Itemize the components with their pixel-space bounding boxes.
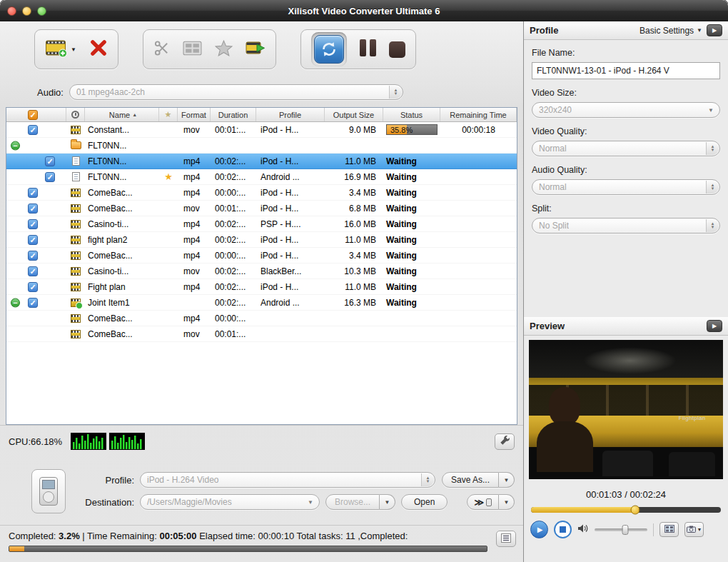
video-size-select[interactable]: 320x240 ▼ bbox=[532, 102, 720, 118]
speaker-icon[interactable] bbox=[577, 523, 589, 536]
preview-video[interactable]: Flightplan bbox=[529, 340, 723, 479]
open-button[interactable]: Open bbox=[401, 494, 448, 510]
audio-track-select[interactable]: 01 mpeg4aac-2ch ▲▼ bbox=[69, 84, 403, 100]
row-checkbox[interactable]: ✓ bbox=[45, 172, 55, 182]
row-checkbox[interactable]: ✓ bbox=[28, 219, 38, 229]
collapse-icon[interactable]: − bbox=[11, 141, 20, 150]
pause-button[interactable] bbox=[360, 39, 376, 59]
select-all-checkbox[interactable]: ✓ bbox=[28, 110, 38, 120]
clip-button[interactable] bbox=[153, 40, 170, 59]
stepper-arrows-icon[interactable]: ▲▼ bbox=[706, 219, 719, 232]
snapshot-film-button[interactable] bbox=[659, 522, 679, 537]
browse-button[interactable]: Browse... bbox=[325, 494, 380, 510]
format: mov bbox=[178, 326, 211, 341]
column-format[interactable]: Format bbox=[178, 108, 211, 121]
stop-button[interactable] bbox=[389, 41, 405, 58]
table-row[interactable]: ComeBac...mp400:00:... bbox=[6, 311, 517, 326]
row-checkbox[interactable]: ✓ bbox=[28, 235, 38, 245]
row-icon-cell bbox=[66, 154, 85, 169]
device-button[interactable] bbox=[31, 469, 66, 513]
snapshot-camera-button[interactable]: ▼ bbox=[684, 522, 704, 537]
video-quality-select[interactable]: Normal ▲▼ bbox=[532, 141, 720, 156]
settings-wrench-button[interactable] bbox=[495, 433, 515, 450]
minimize-window-button[interactable] bbox=[22, 6, 31, 16]
file-name-input[interactable] bbox=[532, 62, 720, 79]
table-row[interactable]: ✓ComeBac...mov00:01:...iPod - H...6.8 MB… bbox=[6, 201, 517, 216]
expand-profile-button[interactable]: ▶ bbox=[707, 24, 722, 36]
table-row[interactable]: −FLT0NN... bbox=[6, 138, 517, 154]
audio-quality-select[interactable]: Normal ▲▼ bbox=[532, 179, 720, 195]
row-checkbox[interactable]: ✓ bbox=[28, 298, 38, 308]
preset-dropdown[interactable]: Basic Settings▼ bbox=[639, 26, 702, 36]
seek-thumb[interactable] bbox=[631, 506, 640, 515]
delete-button[interactable] bbox=[89, 39, 108, 60]
table-row[interactable]: ✓fight plan2mp400:02:...iPod - H...11.0 … bbox=[6, 232, 517, 248]
folder-icon bbox=[71, 141, 81, 149]
merge-export-icon bbox=[246, 40, 266, 59]
play-button[interactable]: ▶ bbox=[530, 521, 548, 538]
save-as-dropdown-button[interactable]: ▼ bbox=[499, 472, 515, 488]
table-row[interactable]: ✓ComeBac...mp400:00:...iPod - H...3.4 MB… bbox=[6, 248, 517, 264]
split-select[interactable]: No Split ▲▼ bbox=[532, 218, 720, 234]
table-row[interactable]: ✓ComeBac...mp400:00:...iPod - H...3.4 MB… bbox=[6, 185, 517, 201]
row-checkbox[interactable]: ✓ bbox=[28, 282, 38, 292]
table-row[interactable]: ✓Fight planmp400:02:...iPod - H...11.0 M… bbox=[6, 279, 517, 295]
destination-select[interactable]: /Users/Maggie/Movies ▼ bbox=[140, 494, 320, 510]
collapse-icon[interactable]: − bbox=[11, 298, 20, 307]
column-name[interactable]: Name▲ bbox=[85, 108, 159, 121]
volume-slider[interactable] bbox=[595, 528, 647, 531]
task-list-button[interactable] bbox=[496, 531, 516, 547]
close-window-button[interactable] bbox=[7, 6, 16, 16]
status-cell bbox=[383, 138, 440, 153]
expand-preview-button[interactable]: ▶ bbox=[707, 320, 722, 332]
apply-to-all-button[interactable]: ≫ bbox=[467, 494, 499, 510]
titlebar[interactable]: Xilisoft Video Converter Ultimate 6 bbox=[0, 0, 728, 21]
column-duration[interactable]: Duration bbox=[211, 108, 256, 121]
doc-icon bbox=[72, 156, 80, 166]
table-row[interactable]: ✓FLT0NN...★mp400:02:...Android ...16.9 M… bbox=[6, 169, 517, 185]
save-as-button[interactable]: Save As... bbox=[442, 472, 499, 488]
zoom-window-button[interactable] bbox=[37, 6, 46, 16]
apply-to-all-dropdown-button[interactable]: ▼ bbox=[499, 494, 515, 510]
column-status[interactable]: Status bbox=[383, 108, 440, 121]
column-output-size[interactable]: Output Size bbox=[325, 108, 383, 121]
profile-select[interactable]: iPod - H.264 Video ▲▼ bbox=[140, 472, 435, 488]
table-header: ✓ Name▲ ★ Format Duration Profile Output… bbox=[6, 108, 517, 122]
column-type[interactable] bbox=[66, 108, 85, 121]
clip-icon bbox=[71, 204, 81, 213]
volume-thumb[interactable] bbox=[622, 525, 628, 535]
table-row[interactable]: −✓Joint Item100:02:...Android ...16.3 MB… bbox=[6, 295, 517, 311]
row-checkbox[interactable]: ✓ bbox=[28, 188, 38, 198]
table-row[interactable]: ✓Constant...mov00:01:...iPod - H...9.0 M… bbox=[6, 122, 517, 138]
stepper-arrows-icon[interactable]: ▲▼ bbox=[706, 181, 719, 194]
table-row[interactable]: ✓FLT0NN...mp400:02:...iPod - H...11.0 MB… bbox=[6, 154, 517, 169]
row-checkbox[interactable]: ✓ bbox=[28, 125, 38, 135]
add-file-button[interactable]: ▼ bbox=[45, 38, 76, 61]
add-file-dropdown-icon[interactable]: ▼ bbox=[71, 46, 76, 53]
browse-dropdown-button[interactable]: ▼ bbox=[380, 494, 395, 510]
seek-bar[interactable] bbox=[531, 507, 721, 513]
table-row[interactable]: ✓Casino-ti...mov00:02:...BlackBer...10.3… bbox=[6, 264, 517, 279]
stepper-arrows-icon[interactable]: ▲▼ bbox=[706, 142, 719, 155]
status-cell: Waiting bbox=[383, 295, 440, 310]
row-checkbox[interactable]: ✓ bbox=[28, 251, 38, 261]
row-checkbox[interactable]: ✓ bbox=[45, 156, 55, 166]
table-row[interactable]: ComeBac...mov00:01:... bbox=[6, 326, 517, 342]
crop-button[interactable] bbox=[183, 41, 202, 59]
stop-playback-button[interactable] bbox=[554, 521, 572, 538]
column-profile[interactable]: Profile bbox=[256, 108, 325, 121]
row-checkbox[interactable]: ✓ bbox=[28, 266, 38, 276]
output-panel: Profile: iPod - H.264 Video ▲▼ Save As..… bbox=[0, 457, 523, 525]
row-checkbox[interactable]: ✓ bbox=[28, 204, 38, 214]
column-remaining-time[interactable]: Remaining Time bbox=[440, 108, 517, 121]
effects-button[interactable] bbox=[215, 40, 233, 59]
table-row[interactable]: ✓Casino-ti...mp400:02:...PSP - H....16.0… bbox=[6, 216, 517, 232]
profile-panel-title: Profile bbox=[530, 25, 635, 36]
convert-button[interactable] bbox=[311, 32, 347, 66]
column-select[interactable]: ✓ bbox=[6, 108, 66, 121]
stepper-arrows-icon[interactable]: ▲▼ bbox=[421, 473, 434, 486]
audio-track-value: 01 mpeg4aac-2ch bbox=[76, 87, 145, 97]
merge-button[interactable] bbox=[246, 40, 266, 59]
column-star[interactable]: ★ bbox=[159, 108, 178, 121]
stepper-arrows-icon[interactable]: ▲▼ bbox=[389, 86, 402, 99]
